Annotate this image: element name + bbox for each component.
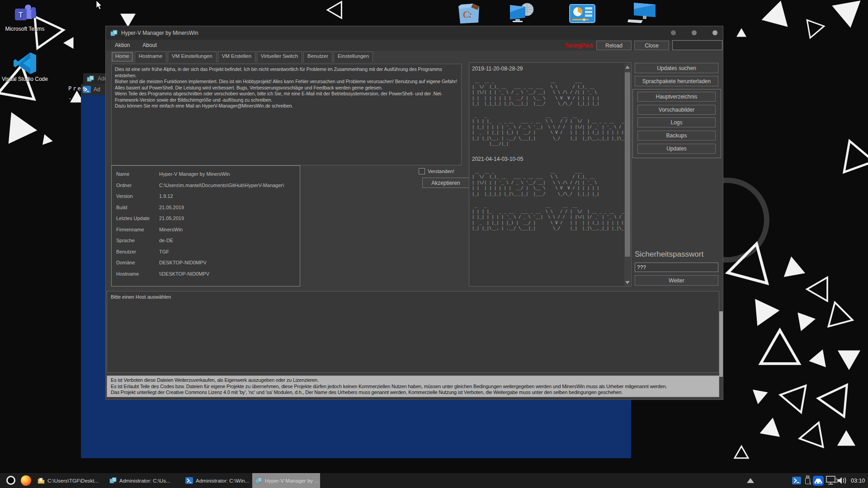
- window-dot-button-1[interactable]: [671, 30, 676, 35]
- updates-button[interactable]: Updates: [637, 144, 716, 154]
- vorschaubilder-button[interactable]: Vorschaubilder: [637, 105, 716, 115]
- row-value: \\DESKTOP-NID0MPV: [159, 271, 209, 277]
- firefox-icon[interactable]: [21, 475, 31, 486]
- tab-benutzer[interactable]: Benutzer: [303, 52, 332, 62]
- table-row: NameHyper-V Manager by MinersWin: [112, 169, 300, 180]
- taskbar-button-label: C:\Users\TGF\Deskt...: [47, 478, 99, 483]
- row-label: Firmenname: [112, 227, 159, 232]
- powershell-icon: [185, 477, 193, 484]
- taskbar: C:\Users\TGF\Deskt... Administrator: C:\…: [0, 473, 868, 488]
- taskbar-clock[interactable]: 03:10: [851, 473, 865, 488]
- desktop-icon-vscode[interactable]: Visual Studio Code: [0, 52, 50, 82]
- control-panel-icon: [569, 4, 596, 23]
- akzeptieren-button[interactable]: Akzeptieren: [422, 178, 469, 188]
- table-row: Hostname\\DESKTOP-NID0MPV: [112, 268, 300, 280]
- window-dot-button-3[interactable]: [712, 30, 717, 35]
- taskbar-button-label: Hyper-V Manager by ...: [265, 478, 319, 483]
- tab-einstellungen[interactable]: Einstellungen: [334, 52, 373, 62]
- sicherheitspasswort-input[interactable]: [635, 263, 718, 272]
- host-panel-scrollbar[interactable]: [719, 311, 723, 377]
- close-button[interactable]: Close: [634, 41, 669, 50]
- desktop: T Microsoft Teams Visual Studio Code C:: [0, 0, 868, 488]
- license-text: Es ist Verboten diese Dateien Weiterzuve…: [107, 375, 719, 397]
- desktop-icon-this-pc[interactable]: [627, 2, 657, 23]
- menu-aktion[interactable]: Aktion: [108, 42, 136, 48]
- this-pc-icon: [627, 2, 657, 23]
- window-title: Hyper-V Manager by MinersWin: [121, 30, 198, 36]
- chevron-up-icon: [747, 478, 754, 483]
- changelog-timestamp: 2021-04-14-03-10-05: [472, 156, 621, 162]
- tray-volume-icon[interactable]: [837, 473, 848, 488]
- updates-suchen-button[interactable]: Updates suchen: [635, 63, 718, 73]
- start-button[interactable]: [6, 476, 15, 485]
- row-value: 21.05.2019: [159, 205, 184, 210]
- tray-network-icon[interactable]: [826, 473, 838, 488]
- row-value: Hyper-V Manager by MinersWin: [159, 171, 230, 177]
- chocolatey-icon: C:: [455, 2, 483, 24]
- row-label: Version: [112, 193, 159, 199]
- show-hidden-icons-button[interactable]: [747, 473, 754, 488]
- desktop-icon-teams[interactable]: T Microsoft Teams: [0, 4, 50, 32]
- scroll-up-icon[interactable]: [625, 66, 630, 69]
- tray-usb-icon[interactable]: [804, 473, 811, 488]
- scroll-down-icon[interactable]: [625, 281, 630, 284]
- window-titlebar[interactable]: Hyper-V Manager by MinersWin: [106, 26, 723, 40]
- row-label: Domäne: [112, 260, 159, 265]
- taskbar-button-console-1[interactable]: Administrator: C:\Us...: [107, 473, 178, 488]
- console-text-fragment: Pres: [68, 85, 87, 92]
- ascii-art-manager: _ _ __ __ __ | | | |_ _ _ __ ___ _ __ \ …: [472, 113, 621, 147]
- verstanden-label: Verstanden!: [428, 169, 454, 174]
- row-label: Name: [112, 171, 159, 177]
- hyperv-icon: [109, 477, 117, 484]
- directories-groupbox: Hauptverzeichnis Vorschaubilder Logs Bac…: [632, 89, 721, 158]
- sprachpakete-button[interactable]: Sprachpakete herunterladen: [635, 76, 718, 86]
- verstanden-checkbox[interactable]: [419, 168, 425, 174]
- taskbar-button-powershell[interactable]: Administrator: C:\Win...: [183, 473, 250, 488]
- hauptverzeichnis-button[interactable]: Hauptverzeichnis: [637, 92, 716, 102]
- tray-powershell-icon[interactable]: [792, 473, 801, 488]
- tray-remote-app-icon[interactable]: [813, 473, 824, 488]
- hyperv-manager-window: Hyper-V Manager by MinersWin Aktion Abou…: [105, 26, 723, 400]
- desktop-icon-control-panel[interactable]: [569, 4, 596, 23]
- taskbar-button-explorer[interactable]: C:\Users\TGF\Deskt...: [35, 473, 103, 488]
- desktop-icon-network[interactable]: [507, 2, 537, 23]
- table-row: BenutzerTGF: [112, 246, 300, 258]
- backups-button[interactable]: Backups: [637, 131, 716, 141]
- reload-button[interactable]: Reload: [596, 41, 632, 50]
- changelog-panel: 2019-11-20-08-28-29 __ __ _ __ ___ | \/ …: [469, 62, 632, 286]
- network-globe-icon: [507, 2, 537, 23]
- tab-vm-erstellen[interactable]: VM Erstellen: [218, 52, 255, 62]
- hyperv-app-icon: [110, 30, 118, 37]
- tuningpack-button[interactable]: TuningPack: [563, 41, 595, 50]
- desktop-icon-label: Visual Studio Code: [0, 76, 50, 82]
- scrollbar-thumb[interactable]: [625, 72, 630, 257]
- host-panel-message: Bitte einen Host auswählen: [107, 291, 719, 302]
- row-label: Build: [112, 205, 159, 210]
- taskbar-button-label: Administrator: C:\Win...: [196, 478, 249, 483]
- changelog-scrollbar[interactable]: [624, 63, 631, 286]
- mouse-cursor: [96, 0, 104, 11]
- changelog-timestamp: 2019-11-20-08-28-29: [472, 66, 621, 72]
- taskbar-button-hyperv-manager[interactable]: Hyper-V Manager by ...: [252, 473, 320, 488]
- host-list-panel[interactable]: Bitte einen Host auswählen: [107, 291, 719, 373]
- powershell-console-title: Ad: [94, 86, 100, 93]
- desktop-icon-chocolatey[interactable]: C:: [455, 2, 483, 24]
- row-label: Letztes Update: [112, 216, 159, 221]
- row-value: 1.9.12: [159, 193, 173, 199]
- svg-text:C:: C:: [463, 9, 472, 19]
- sicherheitspasswort-label: Sicherheitspasswort: [635, 250, 703, 259]
- alpha-info-text: Dies ist eine sehr frühe Alpha, in der s…: [111, 64, 462, 165]
- toolbar-textbox[interactable]: [672, 40, 722, 50]
- logs-button[interactable]: Logs: [637, 117, 716, 127]
- menu-about[interactable]: About: [136, 42, 163, 48]
- weiter-button[interactable]: Weiter: [635, 275, 718, 286]
- tab-virtueller-switch[interactable]: Virtueller Switch: [257, 52, 302, 62]
- tab-hostname[interactable]: Hostname: [135, 52, 166, 62]
- about-table: NameHyper-V Manager by MinersWin OrdnerC…: [111, 165, 300, 286]
- table-row: Version1.9.12: [112, 191, 300, 202]
- table-row: DomäneDESKTOP-NID0MPV: [112, 257, 300, 268]
- row-label: Hostname: [112, 271, 159, 277]
- tab-home[interactable]: Home: [111, 52, 133, 62]
- tab-vm-einstellungen[interactable]: VM Einstellungen: [168, 52, 217, 62]
- window-dot-button-2[interactable]: [692, 30, 697, 35]
